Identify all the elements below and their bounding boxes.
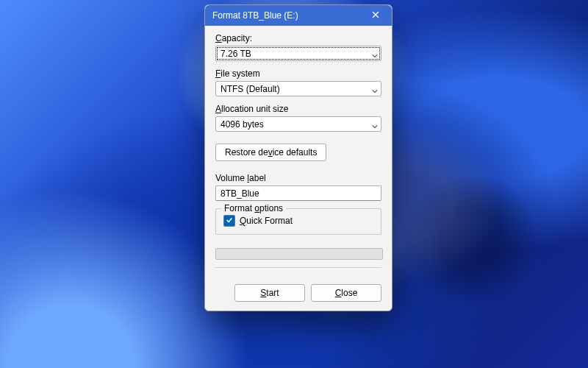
quick-format-checkbox[interactable] bbox=[223, 215, 235, 227]
window-close-button[interactable] bbox=[359, 5, 392, 26]
chevron-down-icon bbox=[372, 86, 378, 92]
separator bbox=[215, 267, 381, 268]
desktop-wallpaper: Format 8TB_Blue (E:) Capacity: 7.26 TB bbox=[0, 0, 588, 368]
quick-format-row[interactable]: Quick Format bbox=[223, 215, 373, 227]
allocation-value: 4096 bytes bbox=[220, 119, 264, 130]
filesystem-select[interactable]: NTFS (Default) bbox=[215, 81, 381, 96]
filesystem-label: File system bbox=[215, 68, 381, 79]
filesystem-value: NTFS (Default) bbox=[220, 84, 280, 94]
titlebar[interactable]: Format 8TB_Blue (E:) bbox=[205, 5, 392, 26]
chevron-down-icon bbox=[372, 121, 378, 127]
capacity-value: 7.26 TB bbox=[220, 49, 251, 59]
close-button[interactable]: Close bbox=[311, 284, 381, 302]
volume-label-input[interactable] bbox=[215, 185, 381, 201]
chevron-down-icon bbox=[372, 51, 378, 57]
capacity-select[interactable]: 7.26 TB bbox=[215, 46, 381, 61]
allocation-label: Allocation unit size bbox=[215, 104, 381, 114]
window-title: Format 8TB_Blue (E:) bbox=[212, 10, 359, 21]
allocation-select[interactable]: 4096 bytes bbox=[215, 116, 381, 132]
start-button[interactable]: Start bbox=[234, 284, 305, 302]
capacity-label: Capacity: bbox=[215, 33, 381, 43]
format-options-group: Format options Quick Format bbox=[215, 208, 381, 235]
format-options-legend: Format options bbox=[221, 203, 286, 213]
format-dialog: Format 8TB_Blue (E:) Capacity: 7.26 TB bbox=[204, 4, 392, 311]
checkmark-icon bbox=[226, 216, 233, 226]
volume-label-label: Volume label bbox=[215, 173, 381, 183]
restore-defaults-button[interactable]: Restore device defaults bbox=[215, 144, 326, 161]
dialog-body: Capacity: 7.26 TB File system NTFS (Defa… bbox=[205, 26, 392, 284]
close-icon bbox=[372, 10, 379, 21]
dialog-footer: Start Close bbox=[205, 284, 392, 311]
quick-format-label: Quick Format bbox=[240, 216, 293, 226]
format-progress-bar bbox=[215, 248, 383, 260]
